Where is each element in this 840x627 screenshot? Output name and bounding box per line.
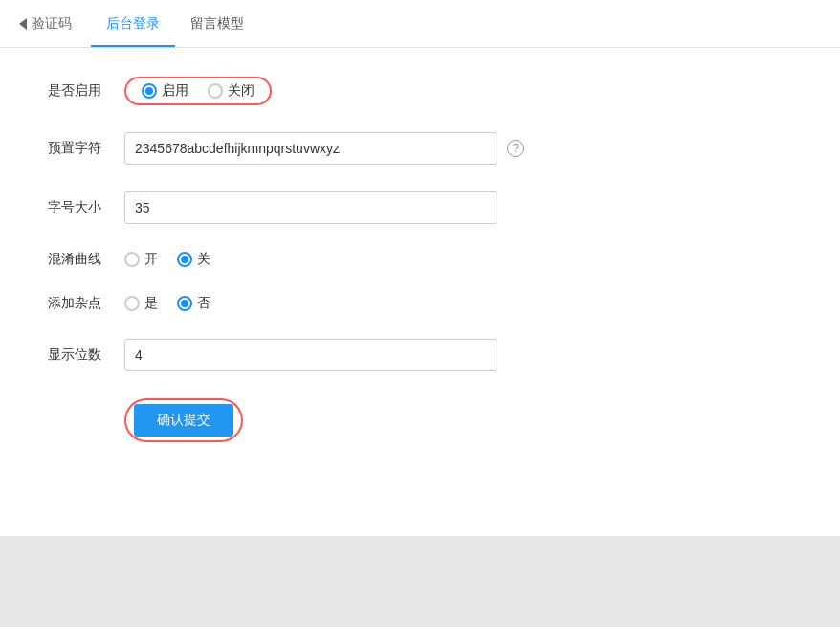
- radio-circle-on: [142, 83, 157, 99]
- label-noise: 添加杂点: [48, 295, 124, 312]
- label-digits: 显示位数: [48, 347, 124, 364]
- input-font-size[interactable]: [124, 191, 497, 224]
- radio-group-distortion: 开 关: [124, 251, 210, 268]
- label-enabled: 是否启用: [48, 82, 124, 100]
- submit-button[interactable]: 确认提交: [134, 404, 233, 437]
- label-distortion: 混淆曲线: [48, 251, 124, 268]
- field-font-size: [124, 191, 792, 224]
- label-font-size: 字号大小: [48, 199, 124, 216]
- field-noise: 是 否: [124, 295, 792, 312]
- tab-backend-login[interactable]: 后台登录: [91, 0, 175, 47]
- radio-group-noise: 是 否: [124, 295, 210, 312]
- field-preset-chars: ?: [124, 132, 792, 165]
- submit-row: 确认提交: [48, 398, 792, 442]
- radio-label-noise-yes: 是: [144, 295, 158, 312]
- radio-circle-noise-no: [177, 296, 192, 311]
- radio-circle-distortion-on: [124, 252, 140, 267]
- radio-label-distortion-off: 关: [197, 251, 210, 268]
- radio-label-distortion-on: 开: [144, 251, 158, 268]
- field-distortion: 开 关: [124, 251, 792, 268]
- nav-back-button[interactable]: 验证码: [19, 15, 72, 33]
- radio-label-off: 关闭: [228, 82, 254, 100]
- field-row-preset-chars: 预置字符 ?: [48, 132, 792, 165]
- radio-distortion-on[interactable]: 开: [124, 251, 158, 268]
- radio-noise-yes[interactable]: 是: [124, 295, 158, 312]
- tab-message-model[interactable]: 留言模型: [175, 0, 259, 47]
- field-row-distortion: 混淆曲线 开 关: [48, 251, 792, 268]
- help-icon-preset-chars[interactable]: ?: [507, 140, 524, 157]
- radio-enabled-on[interactable]: 启用: [142, 82, 188, 100]
- form-content: 是否启用 启用 关闭 预置字符 ?: [0, 48, 840, 498]
- bottom-background: [0, 536, 840, 627]
- field-enabled: 启用 关闭: [124, 77, 792, 105]
- radio-enabled-off[interactable]: 关闭: [208, 82, 254, 100]
- tab-backend-login-label: 后台登录: [106, 15, 160, 33]
- radio-label-on: 启用: [162, 82, 188, 100]
- field-row-enabled: 是否启用 启用 关闭: [48, 77, 792, 105]
- submit-field: 确认提交: [124, 398, 792, 442]
- nav-tabs: 后台登录 留言模型: [91, 0, 259, 47]
- radio-circle-off: [208, 83, 223, 99]
- radio-distortion-off[interactable]: 关: [177, 251, 210, 268]
- field-row-digits: 显示位数: [48, 339, 792, 371]
- nav-bar: 验证码 后台登录 留言模型: [0, 0, 840, 48]
- field-row-noise: 添加杂点 是 否: [48, 295, 792, 312]
- tab-message-model-label: 留言模型: [190, 15, 244, 33]
- back-arrow-icon: [19, 18, 27, 30]
- radio-circle-noise-yes: [124, 296, 140, 311]
- nav-back-label: 验证码: [32, 15, 72, 33]
- input-digits[interactable]: [124, 339, 497, 371]
- radio-group-enabled: 启用 关闭: [124, 77, 272, 105]
- field-digits: [124, 339, 792, 371]
- radio-noise-no[interactable]: 否: [177, 295, 210, 312]
- input-preset-chars[interactable]: [124, 132, 497, 165]
- radio-label-noise-no: 否: [197, 295, 210, 312]
- label-preset-chars: 预置字符: [48, 140, 124, 157]
- field-row-font-size: 字号大小: [48, 191, 792, 224]
- radio-circle-distortion-off: [177, 252, 192, 267]
